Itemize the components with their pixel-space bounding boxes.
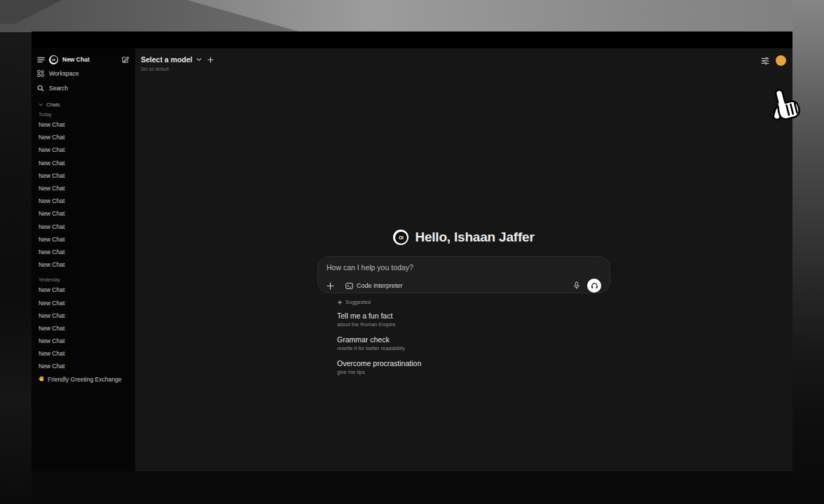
chat-item[interactable]: New Chat	[37, 322, 130, 335]
chat-list: TodayNew ChatNew ChatNew ChatNew ChatNew…	[37, 112, 130, 386]
suggested-prompt[interactable]: Overcome procrastinationgive me tips	[337, 359, 610, 375]
chat-item[interactable]: New Chat	[37, 182, 130, 195]
sparkle-icon	[337, 300, 343, 305]
chat-item-label: Friendly Greeting Exchange	[48, 376, 121, 383]
chat-item[interactable]: New Chat	[37, 284, 130, 296]
chat-item[interactable]: New Chat	[37, 169, 130, 182]
message-input[interactable]	[327, 263, 601, 274]
user-avatar[interactable]	[776, 55, 786, 66]
app-logo-icon: OI	[49, 55, 58, 64]
chat-item[interactable]: Friendly Greeting Exchange	[37, 373, 130, 386]
code-interpreter-toggle[interactable]: Code Interpreter	[345, 282, 403, 290]
add-model-icon[interactable]	[207, 57, 214, 63]
desktop-background-left	[0, 32, 32, 504]
chat-section-label: Yesterday	[39, 277, 130, 282]
chat-item[interactable]: New Chat	[37, 347, 130, 360]
suggested-header: Suggested	[337, 299, 610, 305]
model-selector[interactable]: Select a model	[141, 55, 214, 64]
chat-item[interactable]: New Chat	[37, 144, 130, 156]
sidebar-item-workspace[interactable]: Workspace	[37, 66, 130, 80]
suggested-prompt-title: Tell me a fun fact	[337, 312, 610, 320]
chat-item[interactable]: New Chat	[37, 246, 130, 258]
suggested-list: Tell me a fun factabout the Roman Empire…	[337, 312, 610, 375]
main-area: Select a model Set as default	[135, 48, 792, 471]
greeting-text: Hello, Ishaan Jaffer	[415, 230, 534, 245]
chat-item[interactable]: New Chat	[37, 118, 130, 131]
model-selector-label: Select a model	[141, 55, 193, 64]
desktop-background-bottom	[32, 471, 792, 504]
chat-item[interactable]: New Chat	[37, 233, 130, 246]
suggested-prompt-subtitle: give me tips	[337, 369, 610, 375]
suggested-label: Suggested	[345, 299, 371, 305]
chat-section-label: Today	[39, 112, 130, 117]
microphone-icon[interactable]	[573, 281, 580, 290]
code-interpreter-icon	[345, 282, 353, 290]
composer[interactable]: Code Interpreter	[317, 256, 610, 293]
desktop: OI New Chat Workspace	[0, 0, 824, 504]
app-logo-icon: OI	[393, 230, 408, 245]
suggested-prompt-title: Grammar check	[337, 335, 610, 344]
chevron-down-icon	[39, 103, 43, 106]
chat-item[interactable]: New Chat	[37, 195, 130, 207]
workspace-grid-icon	[37, 70, 44, 77]
chat-item[interactable]: New Chat	[37, 258, 130, 271]
sidebar: OI New Chat Workspace	[32, 48, 135, 471]
chat-item[interactable]: New Chat	[37, 360, 130, 372]
set-as-default-link[interactable]: Set as default	[141, 66, 214, 71]
chat-item[interactable]: New Chat	[37, 157, 130, 169]
chevron-down-icon	[196, 57, 202, 62]
app-titlebar	[32, 31, 792, 48]
chats-header-label: Chats	[46, 102, 60, 108]
sidebar-item-label: Workspace	[49, 70, 78, 77]
chat-item[interactable]: New Chat	[37, 131, 130, 144]
suggested-prompt[interactable]: Grammar checkrewrite it for better reada…	[337, 335, 610, 351]
controls-sliders-icon[interactable]	[761, 57, 769, 65]
suggested-prompt-subtitle: rewrite it for better readability	[337, 345, 610, 351]
new-chat-icon[interactable]	[122, 56, 130, 64]
sidebar-item-search[interactable]: Search	[37, 81, 130, 94]
desktop-background-right	[792, 0, 824, 504]
chat-item[interactable]: New Chat	[37, 309, 130, 322]
chat-item[interactable]: New Chat	[37, 220, 130, 233]
chat-item[interactable]: New Chat	[37, 335, 130, 347]
suggested-prompt-subtitle: about the Roman Empire	[337, 321, 610, 328]
chats-section-toggle[interactable]: Chats	[37, 100, 130, 108]
chat-item[interactable]: New Chat	[37, 207, 130, 220]
suggested-prompt[interactable]: Tell me a fun factabout the Roman Empire	[337, 312, 610, 328]
wave-emoji-icon	[39, 376, 45, 382]
sidebar-toggle-icon[interactable]	[37, 57, 45, 63]
search-icon	[37, 85, 44, 92]
voice-call-button[interactable]	[587, 279, 601, 293]
app-window: OI New Chat Workspace	[32, 31, 792, 471]
suggested-prompt-title: Overcome procrastination	[337, 359, 610, 368]
attach-plus-icon[interactable]	[327, 282, 334, 290]
code-interpreter-label: Code Interpreter	[357, 282, 403, 289]
greeting: OI Hello, Ishaan Jaffer	[317, 230, 610, 245]
chat-item[interactable]: New Chat	[37, 296, 130, 309]
sidebar-item-label: Search	[49, 85, 68, 92]
sidebar-title: New Chat	[62, 56, 90, 63]
